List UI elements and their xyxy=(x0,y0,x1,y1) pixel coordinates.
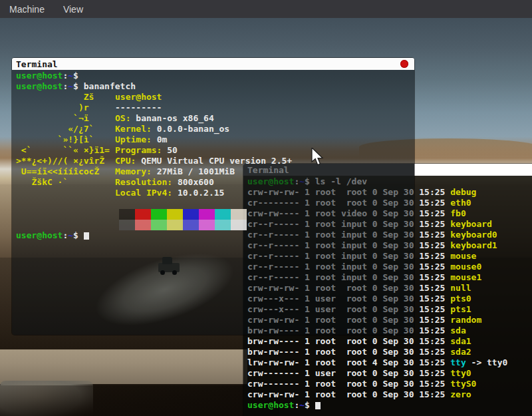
palette-swatch xyxy=(215,209,231,220)
ascii-art: U==íï<<íííîcocŽ xyxy=(16,166,115,177)
fetch-label: Resolution: xyxy=(115,177,172,187)
fetch-line: Local IPv4: 10.0.2.15 xyxy=(16,188,414,198)
palette-swatch xyxy=(151,209,167,220)
fetch-value: 0.0.0-banan_os xyxy=(157,124,230,134)
fetch-value: --------- xyxy=(115,103,162,112)
fetch-line: `»!}[ì`Uptime: 0m xyxy=(16,134,414,145)
close-button[interactable] xyxy=(400,60,408,68)
fetch-value: 50 xyxy=(167,145,178,155)
fetch-line: )r--------- xyxy=(16,103,414,113)
device-name: sda2 xyxy=(450,347,471,357)
device-name: fb0 xyxy=(450,208,466,218)
device-name: null xyxy=(450,283,471,293)
fetch-label: Programs: xyxy=(115,145,162,155)
palette-swatch xyxy=(167,220,183,230)
device-name: sda xyxy=(450,325,466,335)
device-name: zero xyxy=(450,389,471,399)
text-cursor xyxy=(84,232,89,240)
ascii-art: `¬ï xyxy=(16,113,115,124)
fetch-value: banan-os x86_64 xyxy=(136,113,213,123)
window1-titlebar[interactable]: Terminal xyxy=(12,58,414,70)
fetch-line: ŽškC ·`Resolution: 800x600 xyxy=(16,177,414,188)
device-name: eth0 xyxy=(450,198,471,208)
device-name: keyboard1 xyxy=(450,240,497,250)
color-palette-row-2 xyxy=(119,220,414,230)
fetch-value: user@host xyxy=(115,92,162,102)
fetch-label: Local IPv4: xyxy=(115,188,172,198)
fetch-value: QEMU Virtual CPU version 2.5+ xyxy=(141,156,292,166)
prompt-command-line: user@host:~$ bananfetch xyxy=(16,81,414,92)
device-name: keyboard xyxy=(450,219,492,229)
fetch-label: CPU: xyxy=(115,156,136,166)
ascii-art: `»!}[ì` xyxy=(16,134,115,145)
window1-title: Terminal xyxy=(16,59,58,69)
ascii-art: ŽškC ·` xyxy=(16,177,115,188)
device-name: tty0 xyxy=(450,368,471,378)
ascii-art: >**¿<+)//( ×¿vîrŽ xyxy=(16,156,115,166)
menu-view[interactable]: View xyxy=(54,0,92,18)
text-cursor xyxy=(315,402,321,409)
palette-swatch xyxy=(199,220,215,230)
dev-list-row: brw-rw---- 1 root root 0 Sep 30 15:25 sd… xyxy=(247,336,532,347)
palette-swatch xyxy=(119,220,135,230)
prompt-line: user@host:~$ xyxy=(16,71,414,81)
dev-list-row: crw------- 1 user root 0 Sep 30 15:25 tt… xyxy=(247,368,532,379)
blank-line xyxy=(16,198,414,209)
fetch-line: `¬ïOS: banan-os x86_64 xyxy=(16,113,414,124)
device-name: tty xyxy=(450,357,466,367)
fetch-label: Kernel: xyxy=(115,124,152,134)
device-name: keyboard0 xyxy=(450,230,497,240)
device-name: pts1 xyxy=(450,304,471,314)
fetch-line: >**¿<+)//( ×¿vîrŽCPU: QEMU Virtual CPU v… xyxy=(16,156,414,166)
fetch-line: «/¿7`Kernel: 0.0.0-banan_os xyxy=(16,124,414,134)
ascii-art: Zš xyxy=(16,92,115,103)
device-name: ttyS0 xyxy=(450,379,476,389)
ascii-art: «/¿7` xyxy=(16,124,115,134)
prompt-cursor-line: user@host:~$ xyxy=(16,230,414,241)
fetch-value: 800x600 xyxy=(178,177,214,187)
fetch-value: 10.0.2.15 xyxy=(178,188,224,198)
device-name: sda1 xyxy=(450,336,471,346)
palette-swatch xyxy=(167,209,183,220)
palette-swatch xyxy=(231,209,247,220)
ascii-art: <` ``« ×}ï1= xyxy=(16,145,115,156)
background-rock-dark xyxy=(0,385,279,416)
fetch-label: OS: xyxy=(115,113,130,123)
fetch-line: Zšuser@host xyxy=(16,92,414,103)
fetch-line: U==íï<<íííîcocŽMemory: 27MiB / 1001MiB xyxy=(16,166,414,177)
fetch-label: Memory: xyxy=(115,166,152,176)
fetch-value: 0m xyxy=(157,134,168,144)
menu-machine[interactable]: Machine xyxy=(0,0,54,18)
background-rock-bright xyxy=(0,349,247,384)
device-name: mouse1 xyxy=(450,272,481,282)
fetch-label: Uptime: xyxy=(115,134,152,144)
ascii-art: )r xyxy=(16,103,115,113)
palette-swatch xyxy=(119,209,135,220)
device-name: pts0 xyxy=(450,294,471,304)
palette-swatch xyxy=(199,209,215,220)
prompt-cursor-line: user@host:~$ xyxy=(247,400,532,411)
palette-swatch xyxy=(135,220,151,230)
mouse-cursor-icon xyxy=(311,148,324,169)
dev-list-row: lrw-rw-rw- 1 root root 4 Sep 30 15:25 tt… xyxy=(247,357,532,368)
device-name: debug xyxy=(450,187,476,197)
window1-terminal-output[interactable]: user@host:~$ user@host:~$ bananfetch Zšu… xyxy=(12,70,414,335)
palette-swatch xyxy=(151,220,167,230)
palette-swatch xyxy=(183,220,199,230)
color-palette-row-1 xyxy=(119,209,414,220)
device-name: mouse xyxy=(450,251,476,261)
dev-list-row: crw------- 1 root root 0 Sep 30 15:25 tt… xyxy=(247,379,532,389)
device-name: mouse0 xyxy=(450,262,481,272)
fetch-value: 27MiB / 1001MiB xyxy=(157,166,235,176)
menu-bar: Machine View xyxy=(0,0,532,18)
palette-swatch xyxy=(183,209,199,220)
palette-swatch xyxy=(231,220,247,230)
terminal-window-bananfetch[interactable]: Terminal user@host:~$ user@host:~$ banan… xyxy=(12,58,414,335)
fetch-line: <` ``« ×}ï1=Programs: 50 xyxy=(16,145,414,156)
palette-swatch xyxy=(135,209,151,220)
dev-list-row: crw-rw-rw- 1 root root 0 Sep 30 15:25 ze… xyxy=(247,389,532,400)
dev-list-row: brw-rw---- 1 root root 0 Sep 30 15:25 sd… xyxy=(247,347,532,357)
palette-swatch xyxy=(215,220,231,230)
device-name: random xyxy=(450,315,481,325)
